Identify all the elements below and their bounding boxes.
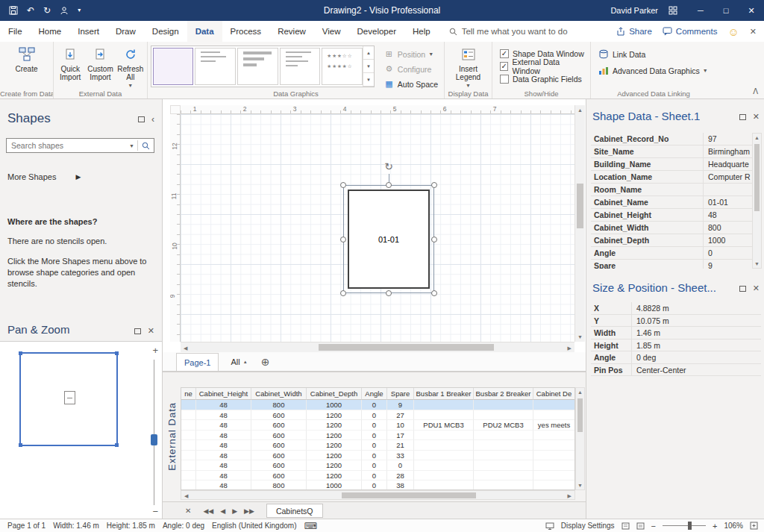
data-field-row[interactable]: Cabinet_Name01-01 [591, 196, 752, 209]
tab-file[interactable]: File [0, 21, 31, 42]
column-header[interactable]: Busbar 1 Breaker [414, 388, 474, 400]
scroll-up-icon[interactable]: ▲ [576, 389, 584, 395]
configure-button[interactable]: ⚙ Configure [383, 62, 438, 76]
data-field-row[interactable]: Cabinet_Width800 [591, 222, 752, 234]
column-header[interactable]: Angle [362, 388, 387, 400]
float-pane-icon[interactable] [739, 286, 746, 292]
save-icon[interactable] [9, 6, 18, 15]
data-field-row[interactable]: Spare9 [591, 260, 752, 269]
tell-me-search[interactable]: Tell me what you want to do [449, 27, 568, 36]
table-row[interactable]: 486001200010PDU1 MCB3PDU2 MCB3yes meets [181, 420, 574, 431]
data-field-row[interactable]: Location_NameComputer R [591, 171, 752, 184]
float-pane-icon[interactable] [134, 328, 141, 334]
redo-icon[interactable]: ↻ [43, 6, 51, 15]
data-graphic-thumbnail-rating[interactable]: ★★★☆☆ ★★★★☆ [322, 48, 363, 85]
zoom-out-icon[interactable]: − [152, 506, 158, 517]
cabinet-shape[interactable]: 01-01 [348, 190, 430, 289]
data-field-row[interactable]: X4.8828 m [591, 302, 761, 315]
scroll-down-icon[interactable]: ▼ [575, 334, 585, 339]
account-name[interactable]: David Parker [610, 6, 658, 15]
scroll-left-icon[interactable]: ◀ [184, 345, 187, 351]
undo-icon[interactable]: ↶ [27, 6, 34, 15]
resize-handle[interactable] [340, 182, 346, 188]
data-graphic-thumbnail-none[interactable] [153, 48, 194, 85]
scroll-up-icon[interactable]: ▲ [575, 107, 585, 113]
view-fullscreen-icon[interactable] [636, 522, 645, 530]
data-field-row[interactable]: Pin PosCenter-Center [591, 364, 761, 377]
data-field-row[interactable]: Cabinet_Depth1000 [591, 234, 752, 247]
zoom-level[interactable]: 106% [724, 522, 743, 530]
checkbox-data-graphic-fields[interactable]: Data Graphic Fields [500, 72, 586, 85]
custom-import-button[interactable]: Custom Import [85, 44, 115, 81]
tab-design[interactable]: Design [144, 21, 187, 42]
next-record-icon[interactable]: ▶ [232, 507, 237, 515]
shape-data-scrollbar[interactable]: ▲ ▼ [752, 133, 762, 269]
status-language[interactable]: English (United Kingdom) [212, 522, 296, 530]
column-header[interactable]: Spare [387, 388, 414, 400]
table-row[interactable]: 486001200017 [181, 431, 574, 441]
last-record-icon[interactable]: ▶▶ [244, 507, 254, 515]
status-height[interactable]: Height: 1.85 m [107, 522, 155, 530]
resize-handle[interactable] [431, 237, 437, 242]
tab-draw[interactable]: Draw [107, 21, 144, 42]
view-normal-icon[interactable] [621, 522, 630, 530]
scrollbar-thumb[interactable] [754, 144, 760, 211]
data-source-tab[interactable]: CabinetsQ [266, 504, 323, 518]
scrollbar-thumb[interactable] [319, 344, 494, 351]
column-header[interactable]: Cabinet De [533, 388, 575, 400]
column-header[interactable]: ne [181, 388, 196, 400]
search-input[interactable] [7, 141, 126, 150]
pan-zoom-preview[interactable]: + − [0, 341, 162, 519]
fit-page-icon[interactable] [750, 522, 758, 530]
user-icon[interactable] [60, 6, 69, 15]
refresh-all-button[interactable]: Refresh All ▼ [116, 44, 145, 90]
close-pane-icon[interactable]: ✕ [753, 112, 760, 122]
table-row[interactable]: 486001200027 [181, 410, 574, 421]
tab-developer[interactable]: Developer [349, 21, 404, 42]
display-settings-button[interactable]: Display Settings [561, 522, 615, 530]
document-close-icon[interactable]: ✕ [750, 27, 757, 37]
zoom-in-icon[interactable]: + [152, 345, 158, 356]
collapse-pane-icon[interactable]: ‹ [151, 114, 154, 125]
data-field-row[interactable]: Cabinet_Height48 [591, 209, 752, 222]
resize-handle[interactable] [340, 290, 346, 296]
tab-help[interactable]: Help [404, 21, 439, 42]
chevron-down-icon[interactable]: ▼ [126, 143, 137, 148]
all-pages-button[interactable]: All ▲ [231, 357, 247, 366]
zoom-out-icon[interactable]: − [651, 522, 656, 531]
canvas-vertical-scrollbar[interactable]: ▲ ▼ [574, 105, 585, 342]
scrollbar-thumb[interactable] [577, 184, 583, 228]
advanced-data-graphics-button[interactable]: Advanced Data Graphics ▼ [598, 63, 708, 78]
close-button[interactable]: ✕ [739, 0, 764, 21]
float-pane-icon[interactable] [739, 114, 746, 120]
maximize-button[interactable]: □ [713, 0, 739, 21]
zoom-slider-track[interactable] [154, 360, 154, 505]
data-graphic-thumbnail-databar[interactable] [237, 48, 278, 85]
scrollbar-thumb[interactable] [342, 492, 476, 498]
column-header[interactable]: Cabinet_Depth [307, 388, 362, 400]
scroll-right-icon[interactable]: ▶ [568, 493, 572, 499]
share-button[interactable]: Share [616, 27, 652, 36]
resize-handle[interactable] [386, 182, 392, 188]
comments-button[interactable]: Comments [663, 27, 718, 36]
data-field-row[interactable]: Room_Name [591, 184, 752, 196]
pan-zoom-page[interactable] [19, 352, 118, 446]
feedback-smiley-icon[interactable]: ☺ [727, 25, 739, 38]
position-button[interactable]: ⊞ Position ▼ [383, 47, 438, 61]
data-field-row[interactable]: Building_NameHeadquarte [591, 158, 752, 171]
tab-review[interactable]: Review [269, 21, 314, 42]
close-pane-icon[interactable]: ✕ [753, 284, 760, 293]
data-field-row[interactable]: Angle0 [591, 247, 752, 260]
search-icon[interactable] [138, 142, 154, 150]
data-graphic-thumbnail-text[interactable] [195, 48, 236, 85]
scroll-up-icon[interactable]: ▲ [753, 135, 761, 140]
resize-handle[interactable] [431, 290, 437, 296]
table-row[interactable]: 48800100009 [181, 400, 574, 410]
canvas-horizontal-scrollbar[interactable]: ◀ ▶ [181, 342, 574, 352]
status-page[interactable]: Page 1 of 1 [7, 522, 46, 530]
link-data-button[interactable]: Link Data [598, 47, 708, 61]
table-row[interactable]: 486001200021 [181, 440, 574, 451]
data-graphic-thumbnail-iconset[interactable] [280, 48, 321, 85]
resize-handle[interactable] [431, 182, 437, 188]
scroll-down-icon[interactable]: ▼ [753, 261, 761, 266]
